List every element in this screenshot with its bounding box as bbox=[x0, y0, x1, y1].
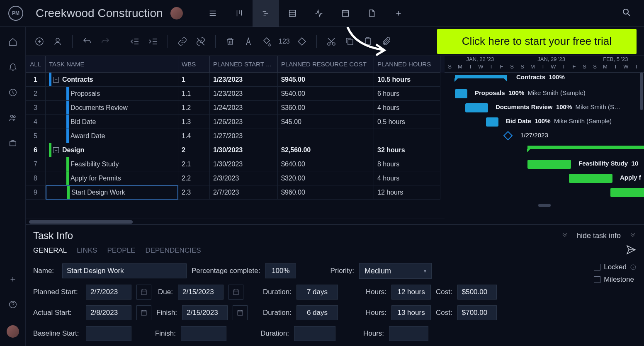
planned-hours-input[interactable] bbox=[391, 285, 431, 300]
view-board-icon[interactable] bbox=[226, 0, 253, 27]
calendar-icon[interactable] bbox=[136, 285, 151, 300]
fill-icon[interactable] bbox=[260, 35, 273, 48]
home-icon[interactable] bbox=[8, 37, 17, 48]
task-row[interactable]: 1−Contracts11/23/2023$945.0010.5 hours bbox=[26, 73, 445, 87]
calendar-icon[interactable] bbox=[233, 305, 248, 320]
redo-icon[interactable] bbox=[99, 35, 112, 48]
user-avatar[interactable] bbox=[170, 7, 183, 19]
tab-people[interactable]: PEOPLE bbox=[107, 246, 135, 255]
chevron-down-icon[interactable] bbox=[561, 232, 569, 239]
attachment-icon[interactable] bbox=[380, 35, 392, 48]
gantt-bar[interactable] bbox=[486, 117, 498, 127]
gantt-vertical-scrollbar[interactable] bbox=[640, 73, 643, 110]
view-calendar-icon[interactable] bbox=[332, 0, 359, 27]
milestone-diamond-icon[interactable] bbox=[296, 35, 308, 48]
actual-hours-input[interactable] bbox=[391, 305, 431, 320]
baseline-start-input[interactable] bbox=[86, 326, 131, 341]
calendar-icon[interactable] bbox=[136, 305, 151, 320]
column-task-name[interactable]: TASK NAME bbox=[46, 56, 178, 73]
column-all[interactable]: ALL bbox=[26, 56, 46, 73]
actual-finish-input[interactable] bbox=[182, 305, 228, 320]
tab-general[interactable]: GENERAL bbox=[33, 246, 67, 255]
column-planned-hours[interactable]: PLANNED HOURS bbox=[374, 56, 440, 73]
search-icon[interactable] bbox=[622, 7, 632, 19]
grid-horizontal-scrollbar[interactable] bbox=[26, 219, 445, 224]
baseline-duration-input[interactable] bbox=[294, 326, 335, 341]
briefcase-icon[interactable] bbox=[8, 139, 17, 149]
view-activity-icon[interactable] bbox=[306, 0, 332, 27]
baseline-finish-input[interactable] bbox=[181, 326, 226, 341]
gantt-bar[interactable] bbox=[465, 103, 488, 112]
calendar-icon[interactable] bbox=[228, 285, 243, 300]
task-row[interactable]: 6−Design21/30/2023$2,560.0032 hours bbox=[26, 143, 445, 157]
task-row[interactable]: 8Apply for Permits2.22/3/2023$320.004 ho… bbox=[26, 171, 445, 185]
sidebar-avatar[interactable] bbox=[7, 325, 19, 338]
app-logo[interactable]: PM bbox=[8, 6, 23, 21]
actual-duration-input[interactable] bbox=[296, 305, 338, 320]
column-planned-start[interactable]: PLANNED START … bbox=[210, 56, 278, 73]
gantt-horizontal-scrollbar[interactable] bbox=[445, 201, 644, 207]
info-icon[interactable] bbox=[630, 264, 637, 270]
outdent-icon[interactable] bbox=[129, 35, 141, 48]
tab-dependencies[interactable]: DEPENDENCIES bbox=[145, 246, 201, 255]
link-icon[interactable] bbox=[176, 35, 189, 48]
task-row[interactable]: 5Award Date1.41/27/2023 bbox=[26, 129, 445, 143]
gantt-bar[interactable] bbox=[527, 160, 571, 169]
cta-banner[interactable]: Click here to start your free trial bbox=[437, 29, 637, 54]
gantt-summary-bar[interactable] bbox=[527, 146, 644, 149]
notifications-icon[interactable] bbox=[8, 63, 17, 73]
due-input[interactable] bbox=[178, 285, 224, 300]
column-planned-cost[interactable]: PLANNED RESOURCE COST bbox=[278, 56, 374, 73]
view-sheet-icon[interactable] bbox=[279, 0, 306, 27]
planned-duration-input[interactable] bbox=[296, 285, 338, 300]
view-list-icon[interactable] bbox=[199, 0, 226, 27]
collapse-toggle-icon[interactable]: − bbox=[53, 77, 59, 83]
actual-cost-input[interactable] bbox=[457, 305, 497, 320]
gantt-milestone[interactable] bbox=[503, 131, 513, 141]
hide-task-info-link[interactable]: hide task info bbox=[577, 231, 621, 240]
add-task-icon[interactable] bbox=[33, 35, 46, 48]
actual-start-input[interactable] bbox=[86, 305, 131, 320]
svg-rect-13 bbox=[365, 38, 370, 45]
task-row[interactable]: 2Proposals1.11/23/2023$540.006 hours bbox=[26, 87, 445, 101]
priority-select[interactable]: Medium bbox=[359, 263, 432, 279]
help-icon[interactable] bbox=[8, 300, 17, 311]
copy-icon[interactable] bbox=[343, 35, 356, 48]
gantt-bar[interactable] bbox=[610, 188, 644, 197]
planned-start-input[interactable] bbox=[86, 285, 131, 300]
collapse-toggle-icon[interactable]: − bbox=[53, 147, 59, 153]
view-add-icon[interactable] bbox=[385, 0, 412, 27]
undo-icon[interactable] bbox=[81, 35, 93, 48]
gantt-bar[interactable] bbox=[455, 89, 467, 98]
people-icon[interactable] bbox=[8, 113, 17, 124]
number-format-icon[interactable]: 123 bbox=[279, 38, 290, 45]
indent-icon[interactable] bbox=[147, 35, 159, 48]
view-file-icon[interactable] bbox=[359, 0, 385, 27]
task-row[interactable]: 4Bid Date1.31/26/2023$45.000.5 hours bbox=[26, 115, 445, 129]
unlink-icon[interactable] bbox=[194, 35, 207, 48]
paste-icon[interactable] bbox=[362, 35, 374, 48]
gantt-bar[interactable] bbox=[569, 174, 612, 183]
chevron-down-icon[interactable] bbox=[629, 232, 637, 239]
task-row[interactable]: 9Start Design Work2.32/7/2023$960.0012 h… bbox=[26, 185, 445, 200]
view-gantt-icon[interactable] bbox=[253, 0, 279, 27]
gantt-summary-bar[interactable] bbox=[455, 75, 507, 78]
clock-icon[interactable] bbox=[8, 88, 17, 99]
gantt-chart: JAN, 22 '23JAN, 29 '23FEB, 5 '23 SMTWTFS… bbox=[445, 56, 644, 224]
planned-cost-input[interactable] bbox=[457, 285, 497, 300]
add-icon[interactable] bbox=[8, 275, 17, 285]
task-row[interactable]: 3Documents Review1.21/24/2023$360.004 ho… bbox=[26, 101, 445, 115]
name-input[interactable] bbox=[62, 263, 187, 278]
font-icon[interactable] bbox=[242, 35, 255, 48]
column-wbs[interactable]: WBS bbox=[178, 56, 210, 73]
delete-icon[interactable] bbox=[224, 35, 236, 48]
send-icon[interactable] bbox=[626, 244, 637, 257]
pct-input[interactable] bbox=[265, 263, 296, 278]
tab-links[interactable]: LINKS bbox=[77, 246, 97, 255]
cut-icon[interactable] bbox=[325, 35, 338, 48]
assign-person-icon[interactable] bbox=[51, 35, 64, 48]
task-row[interactable]: 7Feasibility Study2.11/30/2023$640.008 h… bbox=[26, 157, 445, 171]
baseline-hours-input[interactable] bbox=[389, 326, 428, 341]
milestone-checkbox[interactable]: Milestone bbox=[594, 275, 637, 284]
locked-checkbox[interactable]: Locked bbox=[594, 263, 637, 271]
